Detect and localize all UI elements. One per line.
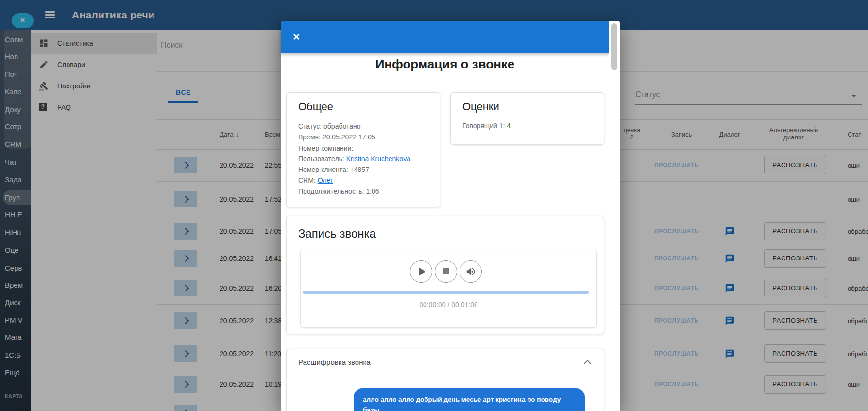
field-value: 20.05.2022 17:05 — [323, 133, 375, 141]
general-card: Общее Статус: обработаноВремя: 20.05.202… — [286, 92, 440, 207]
record-title: Запись звонка — [298, 227, 376, 240]
scrollbar-thumb[interactable] — [611, 23, 617, 70]
field-link[interactable]: Kristina Kruchenkova — [346, 155, 410, 163]
progress-bar[interactable] — [303, 291, 589, 294]
score-value: 4 — [507, 122, 511, 130]
audio-player: 00:00:00 / 00:01:06 — [300, 250, 597, 328]
modal-title: Информация о звонке — [281, 57, 609, 72]
scores-card: Оценки Говорящий 1: 4 — [450, 92, 604, 145]
general-title: Общее — [298, 101, 333, 113]
play-button[interactable] — [410, 260, 432, 283]
volume-icon — [465, 266, 476, 277]
general-field: Пользователь: Kristina Kruchenkova — [298, 154, 410, 164]
transcript-title: Расшифровка звонка — [298, 358, 371, 366]
field-value: обработано — [323, 122, 360, 130]
general-field: Номер компании: — [298, 143, 410, 154]
stop-icon — [443, 268, 449, 274]
record-card: Запись звонка 00:00:00 / 00:01:06 — [286, 216, 604, 334]
general-field: CRM: Олег — [298, 175, 410, 186]
modal-scrollbar — [609, 21, 620, 411]
field-link[interactable]: Олег — [318, 176, 333, 184]
scores-title: Оценки — [462, 101, 499, 113]
general-field: Номер клиента: +4857 — [298, 164, 410, 175]
field-value: +4857 — [350, 166, 369, 173]
field-value: 1:06 — [366, 188, 379, 195]
transcript-card: Расшифровка звонка алло алло алло добрый… — [286, 349, 604, 411]
player-time: 00:00:00 / 00:01:06 — [301, 301, 596, 308]
speaker-score: Говорящий 1: 4 — [462, 122, 511, 130]
general-field: Статус: обработано — [298, 121, 410, 132]
app-root: Аналитика речи СовмНовПочКалеДокуСотрCRM… — [0, 0, 868, 411]
chevron-up-icon[interactable] — [584, 360, 592, 368]
general-field: Продолжительность: 1:06 — [298, 186, 410, 197]
close-icon[interactable]: × — [288, 28, 305, 46]
general-field: Время: 20.05.2022 17:05 — [298, 132, 410, 142]
modal-header: × — [281, 21, 609, 53]
transcript-bubble: алло алло алло добрый день месье арт кри… — [354, 388, 585, 411]
play-icon — [419, 267, 425, 276]
volume-button[interactable] — [460, 260, 482, 283]
call-info-modal: × Информация о звонке Общее Статус: обра… — [281, 21, 620, 411]
stop-button[interactable] — [435, 260, 457, 283]
